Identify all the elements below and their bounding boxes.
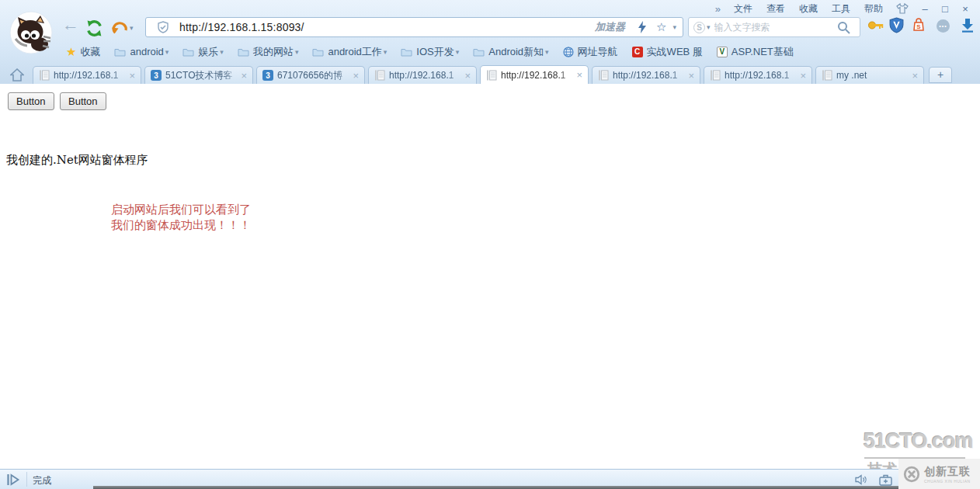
bookmark-folder-androidnews[interactable]: Android新知▾ [467,45,554,59]
folder-icon [312,47,324,57]
bookmark-aspnet-basics[interactable]: V ASP.NET基础 [711,45,799,59]
bookmark-favorites[interactable]: ★ 收藏 [61,45,106,59]
favorites-star-icon: ★ [66,45,76,59]
circle-x-logo-icon [902,465,921,484]
page-favicon [39,70,50,81]
svg-text:3: 3 [266,71,270,80]
menu-help[interactable]: 帮助 [857,2,890,16]
c-badge-icon: C [632,47,643,57]
status-text: 完成 [33,474,51,487]
tab-close-icon[interactable]: × [353,70,359,82]
watermark-logo-en: CHUANG XIN HULIAN [924,479,971,484]
page-favicon [374,70,385,81]
accelerator-label[interactable]: 加速器 [595,20,625,34]
globe-icon [563,47,574,57]
address-dropdown-caret[interactable]: ▾ [672,23,676,31]
bookmark-star-icon[interactable]: ☆ [656,20,666,34]
taskbar-edge-strip [93,486,898,489]
refresh-button[interactable] [85,19,103,37]
tab-4[interactable]: http://192.168.1 × [368,66,477,84]
search-engine-caret[interactable]: ▾ [707,23,711,31]
tab-close-icon[interactable]: × [800,70,806,82]
new-tab-button[interactable]: + [929,67,952,83]
page-favicon [710,70,721,81]
folder-icon [182,47,194,57]
address-bar[interactable]: http://192.168.1.15:8093/ 加速器 ☆ ▾ [145,17,683,37]
statusbar-divider [26,472,27,487]
undo-dropdown-caret[interactable]: ▾ [130,24,134,32]
tab-7[interactable]: http://192.168.1 × [704,66,812,84]
page-content: Button Button 我创建的.Net网站窗体程序 启动网站后我们可以看到… [0,84,980,469]
folder-icon [473,47,485,57]
bookmark-folder-android[interactable]: android▾ [109,46,174,57]
watermark-51cto: 51CTO.com [864,429,973,453]
sidebar-toggle-icon[interactable] [6,473,20,489]
tab-1[interactable]: http://192.168.1 × [33,66,141,84]
close-button[interactable]: × [955,3,975,15]
skin-shirt-icon[interactable] [890,3,915,14]
bookmarks-bar: ★ 收藏 android▾ 娱乐▾ 我的网站▾ android工作▾ IO [61,43,799,61]
page-heading: 我创建的.Net网站窗体程序 [6,153,148,168]
tab-bar: http://192.168.1 × 3 51CTO技术博客 × 3 67107… [0,62,980,84]
bookmark-folder-iosdev[interactable]: IOS开发▾ [395,45,464,59]
browser-window: » 文件 查看 收藏 工具 帮助 – □ × [0,0,980,489]
tab-close-icon[interactable]: × [464,70,471,82]
tab-close-icon[interactable]: × [688,70,694,82]
search-engine-icon[interactable]: S [693,22,705,33]
menu-favorites[interactable]: 收藏 [792,2,825,16]
menu-tools[interactable]: 工具 [825,2,857,16]
page-favicon [598,70,609,81]
undo-button[interactable]: ▾ [111,19,134,37]
security-shield-icon[interactable] [889,17,904,33]
page-favicon [486,70,497,81]
maximize-button[interactable]: □ [935,3,955,15]
tab-5-active[interactable]: http://192.168.1 × [480,65,589,84]
browser-chrome: » 文件 查看 收藏 工具 帮助 – □ × [0,0,980,84]
bookmark-nav-site[interactable]: 网址导航 [558,45,624,59]
page-note-red-text: 启动网站后我们可以看到了 我们的窗体成功出现！！！ [111,202,251,233]
password-key-icon[interactable] [867,19,884,31]
tab-close-icon[interactable]: × [129,70,135,82]
bookmark-web-practice[interactable]: C 实战WEB 服 [627,45,708,59]
back-button[interactable]: ← [62,16,79,34]
menu-file[interactable]: 文件 [727,2,759,16]
v-badge-icon: V [717,47,728,57]
url-text[interactable]: http://192.168.1.15:8093/ [179,21,595,33]
download-manager-icon[interactable] [961,18,974,33]
51cto-favicon: 3 [262,70,273,81]
page-favicon [822,70,832,81]
51cto-favicon: 3 [151,70,162,81]
tab-close-icon[interactable]: × [241,70,247,82]
more-menu-icon[interactable]: ••• [937,19,950,33]
menu-view[interactable]: 查看 [759,2,792,16]
menu-overflow-chevron[interactable]: » [709,3,727,15]
site-security-shield-icon[interactable] [157,21,169,33]
page-button-1[interactable]: Button [8,92,54,110]
folder-icon [114,47,126,57]
search-box[interactable]: S ▾ [688,17,860,37]
search-input[interactable] [714,22,832,33]
shopping-bag-icon[interactable]: S [912,18,925,32]
titlebar: » 文件 查看 收藏 工具 帮助 – □ × [709,0,975,17]
bookmark-folder-androidwork[interactable]: android工作▾ [307,45,392,59]
tab-2[interactable]: 3 51CTO技术博客 × [144,66,253,84]
tab-8[interactable]: my .net × [815,66,924,84]
tab-6[interactable]: http://192.168.1 × [592,66,700,84]
tab-close-icon[interactable]: × [576,69,582,81]
watermark-logo-box: 创新互联 CHUANG XIN HULIAN [898,459,980,489]
folder-icon [238,47,249,57]
search-icon[interactable] [837,21,850,34]
watermark-logo-name: 创新互联 [924,465,971,479]
tab-close-icon[interactable]: × [912,70,918,82]
svg-text:3: 3 [154,71,158,80]
minimize-button[interactable]: – [915,3,935,15]
lightning-icon[interactable] [638,21,647,33]
tab-3[interactable]: 3 671076656的博 × [256,66,365,84]
bookmark-folder-mysites[interactable]: 我的网站▾ [232,45,304,59]
page-button-2[interactable]: Button [60,92,106,110]
home-button[interactable] [5,66,30,84]
svg-text:S: S [916,23,921,30]
folder-icon [401,47,412,57]
bookmark-folder-entertainment[interactable]: 娱乐▾ [177,45,229,59]
browser-logo-cat-avatar[interactable] [9,11,53,54]
